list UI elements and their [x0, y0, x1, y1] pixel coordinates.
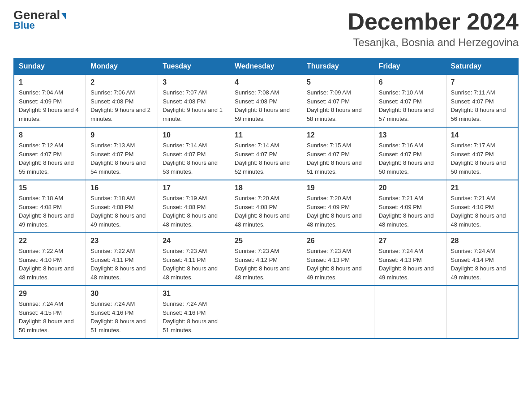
day-info: Sunrise: 7:12 AMSunset: 4:07 PMDaylight:…: [19, 141, 81, 176]
day-number: 26: [307, 237, 369, 245]
column-header-saturday: Saturday: [446, 58, 518, 74]
day-number: 24: [163, 237, 225, 245]
logo: General Blue: [13, 9, 66, 31]
calendar-week-row: 1 Sunrise: 7:04 AMSunset: 4:09 PMDayligh…: [14, 74, 518, 127]
day-info: Sunrise: 7:24 AMSunset: 4:16 PMDaylight:…: [163, 300, 225, 334]
day-info: Sunrise: 7:22 AMSunset: 4:11 PMDaylight:…: [90, 247, 153, 282]
day-info: Sunrise: 7:07 AMSunset: 4:08 PMDaylight:…: [163, 88, 225, 123]
column-header-thursday: Thursday: [302, 58, 374, 74]
calendar-cell: 15 Sunrise: 7:18 AMSunset: 4:08 PMDaylig…: [14, 180, 86, 233]
calendar-cell: 1 Sunrise: 7:04 AMSunset: 4:09 PMDayligh…: [14, 74, 86, 127]
day-info: Sunrise: 7:24 AMSunset: 4:13 PMDaylight:…: [379, 247, 442, 282]
day-number: 30: [90, 290, 153, 298]
calendar-cell: 25 Sunrise: 7:23 AMSunset: 4:12 PMDaylig…: [230, 233, 302, 286]
day-number: 18: [235, 184, 297, 192]
day-info: Sunrise: 7:23 AMSunset: 4:13 PMDaylight:…: [307, 247, 369, 282]
day-info: Sunrise: 7:14 AMSunset: 4:07 PMDaylight:…: [235, 141, 297, 176]
day-info: Sunrise: 7:23 AMSunset: 4:12 PMDaylight:…: [235, 247, 297, 282]
day-number: 9: [90, 131, 153, 139]
day-info: Sunrise: 7:17 AMSunset: 4:07 PMDaylight:…: [451, 141, 513, 176]
day-info: Sunrise: 7:20 AMSunset: 4:09 PMDaylight:…: [307, 194, 369, 229]
calendar-cell: 3 Sunrise: 7:07 AMSunset: 4:08 PMDayligh…: [158, 74, 230, 127]
day-info: Sunrise: 7:24 AMSunset: 4:14 PMDaylight:…: [451, 247, 513, 282]
calendar-cell: 5 Sunrise: 7:09 AMSunset: 4:07 PMDayligh…: [302, 74, 374, 127]
day-info: Sunrise: 7:14 AMSunset: 4:07 PMDaylight:…: [163, 141, 225, 176]
day-info: Sunrise: 7:19 AMSunset: 4:08 PMDaylight:…: [163, 194, 225, 229]
day-number: 2: [90, 78, 153, 86]
day-info: Sunrise: 7:23 AMSunset: 4:11 PMDaylight:…: [163, 247, 225, 282]
day-info: Sunrise: 7:24 AMSunset: 4:16 PMDaylight:…: [90, 300, 153, 334]
day-number: 21: [451, 184, 513, 192]
calendar-cell: 30 Sunrise: 7:24 AMSunset: 4:16 PMDaylig…: [86, 286, 158, 338]
location-title: Tesanjka, Bosnia and Herzegovina: [348, 36, 519, 49]
calendar-cell: 12 Sunrise: 7:15 AMSunset: 4:07 PMDaylig…: [302, 127, 374, 180]
day-number: 31: [163, 290, 225, 298]
calendar-cell: 22 Sunrise: 7:22 AMSunset: 4:10 PMDaylig…: [14, 233, 86, 286]
calendar-cell: 10 Sunrise: 7:14 AMSunset: 4:07 PMDaylig…: [158, 127, 230, 180]
calendar-cell: 9 Sunrise: 7:13 AMSunset: 4:07 PMDayligh…: [86, 127, 158, 180]
calendar-table: SundayMondayTuesdayWednesdayThursdayFrid…: [13, 58, 519, 339]
calendar-week-row: 29 Sunrise: 7:24 AMSunset: 4:15 PMDaylig…: [14, 286, 518, 338]
calendar-cell: 21 Sunrise: 7:21 AMSunset: 4:10 PMDaylig…: [446, 180, 518, 233]
day-info: Sunrise: 7:11 AMSunset: 4:07 PMDaylight:…: [451, 88, 513, 123]
calendar-cell: [446, 286, 518, 338]
day-info: Sunrise: 7:08 AMSunset: 4:08 PMDaylight:…: [235, 88, 297, 123]
day-number: 16: [90, 184, 153, 192]
day-info: Sunrise: 7:21 AMSunset: 4:09 PMDaylight:…: [379, 194, 442, 229]
day-number: 22: [19, 237, 81, 245]
calendar-cell: 27 Sunrise: 7:24 AMSunset: 4:13 PMDaylig…: [374, 233, 446, 286]
day-info: Sunrise: 7:24 AMSunset: 4:15 PMDaylight:…: [19, 300, 81, 334]
calendar-week-row: 22 Sunrise: 7:22 AMSunset: 4:10 PMDaylig…: [14, 233, 518, 286]
calendar-cell: 18 Sunrise: 7:20 AMSunset: 4:08 PMDaylig…: [230, 180, 302, 233]
day-number: 4: [235, 78, 297, 86]
day-number: 6: [379, 78, 442, 86]
day-number: 27: [379, 237, 442, 245]
day-info: Sunrise: 7:21 AMSunset: 4:10 PMDaylight:…: [451, 194, 513, 229]
calendar-cell: 16 Sunrise: 7:18 AMSunset: 4:08 PMDaylig…: [86, 180, 158, 233]
calendar-cell: 14 Sunrise: 7:17 AMSunset: 4:07 PMDaylig…: [446, 127, 518, 180]
calendar-cell: 4 Sunrise: 7:08 AMSunset: 4:08 PMDayligh…: [230, 74, 302, 127]
day-number: 1: [19, 78, 81, 86]
calendar-cell: 7 Sunrise: 7:11 AMSunset: 4:07 PMDayligh…: [446, 74, 518, 127]
day-info: Sunrise: 7:18 AMSunset: 4:08 PMDaylight:…: [19, 194, 81, 229]
calendar-cell: [230, 286, 302, 338]
day-info: Sunrise: 7:04 AMSunset: 4:09 PMDaylight:…: [19, 88, 81, 123]
day-info: Sunrise: 7:13 AMSunset: 4:07 PMDaylight:…: [90, 141, 153, 176]
day-info: Sunrise: 7:20 AMSunset: 4:08 PMDaylight:…: [235, 194, 297, 229]
calendar-cell: 29 Sunrise: 7:24 AMSunset: 4:15 PMDaylig…: [14, 286, 86, 338]
day-number: 10: [163, 131, 225, 139]
day-number: 12: [307, 131, 369, 139]
day-info: Sunrise: 7:22 AMSunset: 4:10 PMDaylight:…: [19, 247, 81, 282]
calendar-cell: 8 Sunrise: 7:12 AMSunset: 4:07 PMDayligh…: [14, 127, 86, 180]
calendar-header-row: SundayMondayTuesdayWednesdayThursdayFrid…: [14, 58, 518, 74]
day-info: Sunrise: 7:10 AMSunset: 4:07 PMDaylight:…: [379, 88, 442, 123]
day-number: 11: [235, 131, 297, 139]
day-info: Sunrise: 7:09 AMSunset: 4:07 PMDaylight:…: [307, 88, 369, 123]
day-info: Sunrise: 7:06 AMSunset: 4:08 PMDaylight:…: [90, 88, 153, 123]
day-number: 13: [379, 131, 442, 139]
day-number: 28: [451, 237, 513, 245]
day-number: 3: [163, 78, 225, 86]
calendar-cell: [302, 286, 374, 338]
calendar-cell: 19 Sunrise: 7:20 AMSunset: 4:09 PMDaylig…: [302, 180, 374, 233]
column-header-wednesday: Wednesday: [230, 58, 302, 74]
calendar-cell: 31 Sunrise: 7:24 AMSunset: 4:16 PMDaylig…: [158, 286, 230, 338]
page-header: General Blue December 2024 Tesanjka, Bos…: [13, 9, 519, 49]
calendar-cell: 26 Sunrise: 7:23 AMSunset: 4:13 PMDaylig…: [302, 233, 374, 286]
calendar-cell: 28 Sunrise: 7:24 AMSunset: 4:14 PMDaylig…: [446, 233, 518, 286]
calendar-cell: 20 Sunrise: 7:21 AMSunset: 4:09 PMDaylig…: [374, 180, 446, 233]
column-header-sunday: Sunday: [14, 58, 86, 74]
day-number: 5: [307, 78, 369, 86]
day-number: 29: [19, 290, 81, 298]
calendar-cell: 17 Sunrise: 7:19 AMSunset: 4:08 PMDaylig…: [158, 180, 230, 233]
calendar-cell: 11 Sunrise: 7:14 AMSunset: 4:07 PMDaylig…: [230, 127, 302, 180]
day-number: 17: [163, 184, 225, 192]
calendar-cell: 13 Sunrise: 7:16 AMSunset: 4:07 PMDaylig…: [374, 127, 446, 180]
column-header-friday: Friday: [374, 58, 446, 74]
day-number: 25: [235, 237, 297, 245]
day-number: 14: [451, 131, 513, 139]
column-header-tuesday: Tuesday: [158, 58, 230, 74]
day-info: Sunrise: 7:16 AMSunset: 4:07 PMDaylight:…: [379, 141, 442, 176]
day-number: 7: [451, 78, 513, 86]
day-number: 23: [90, 237, 153, 245]
